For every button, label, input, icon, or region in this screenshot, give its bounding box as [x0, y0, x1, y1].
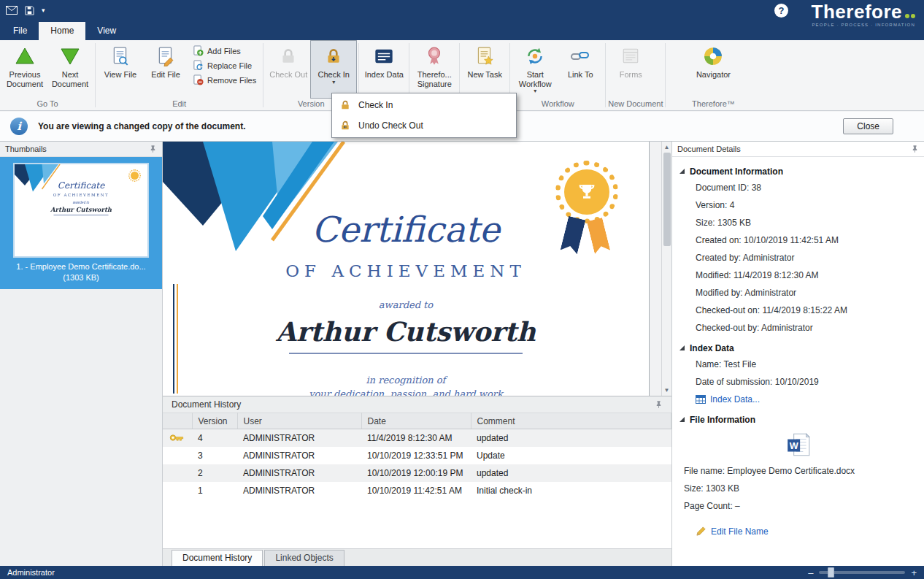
detail-created-on: Created on: 10/10/2019 11:42:51 AM [679, 231, 917, 249]
new-task-icon [473, 45, 496, 68]
history-row[interactable]: 3 ADMINISTRATOR 10/10/2019 12:33:51 PM U… [163, 447, 671, 464]
check-out-label: Check Out [269, 70, 307, 80]
remove-files-button[interactable]: Remove Files [193, 74, 256, 85]
menu-item-label: Undo Check Out [358, 120, 423, 131]
zoom-slider[interactable] [819, 571, 905, 574]
edit-file-icon [154, 45, 177, 68]
signature-label: Therefo... Signature [412, 70, 457, 88]
link-to-icon [569, 45, 592, 68]
check-in-dropdown-menu: Check In Undo Check Out [331, 93, 517, 138]
tab-document-history[interactable]: Document History [172, 550, 263, 566]
mail-icon[interactable] [6, 6, 18, 15]
check-in-button[interactable]: Check In ▾ [311, 41, 356, 98]
history-row[interactable]: 4 ADMINISTRATOR 11/4/2019 8:12:30 AM upd… [163, 429, 671, 447]
thumbnails-panel: Thumbnails [0, 142, 163, 566]
scroll-up-icon[interactable]: ▲ [662, 142, 671, 153]
section-document-information[interactable]: Document Information [679, 166, 917, 177]
history-col-date[interactable]: Date [361, 413, 471, 429]
view-file-button[interactable]: View File [98, 41, 143, 98]
link-to-label: Link To [568, 70, 593, 80]
add-files-icon [193, 45, 204, 56]
help-icon[interactable]: ? [774, 4, 788, 18]
word-file-icon[interactable]: W [679, 427, 917, 462]
index-data-link-label: Index Data... [710, 394, 760, 404]
edit-file-name-label: Edit File Name [711, 526, 769, 537]
title-bar: ▾ ? Therefore PEOPLE · PROCESS · INFORMA… [0, 0, 924, 20]
start-workflow-caret-icon[interactable]: ▾ [534, 88, 536, 94]
history-row[interactable]: 1 ADMINISTRATOR 10/10/2019 11:42:51 AM I… [163, 482, 671, 499]
certificate-awarded-to: awarded to [163, 299, 649, 310]
replace-file-label: Replace File [207, 61, 252, 70]
close-info-button[interactable]: Close [843, 118, 893, 134]
qat-dropdown-caret-icon[interactable]: ▾ [42, 7, 45, 14]
scrollbar-thumb[interactable] [663, 153, 671, 246]
status-user: Administrator [7, 568, 55, 577]
forms-button: Forms [608, 41, 653, 98]
document-history-panel: Document History Version User Date Comme… [163, 396, 671, 566]
detail-modified: Modified: 11/4/2019 8:12:30 AM [679, 267, 917, 284]
next-document-icon [58, 45, 82, 68]
history-col-user[interactable]: User [237, 413, 361, 429]
index-data-button[interactable]: Index Data [361, 41, 407, 98]
view-file-label: View File [104, 70, 136, 80]
detail-size: Size: 1305 KB [679, 214, 917, 231]
certificate-name-underline [289, 353, 523, 354]
history-col-comment[interactable]: Comment [471, 413, 671, 429]
document-viewer-panel: Certificate OF ACHIEVEMENT awarded to Ar… [163, 142, 672, 566]
section-index-data[interactable]: Index Data [679, 343, 917, 353]
pin-icon[interactable] [911, 145, 919, 153]
menu-item-undo-check-out[interactable]: Undo Check Out [332, 115, 516, 136]
save-icon[interactable] [25, 6, 34, 15]
svg-text:W: W [789, 441, 798, 451]
link-to-button[interactable]: Link To [558, 41, 603, 98]
new-task-button[interactable]: New Task [462, 41, 507, 98]
document-details-body: Document Information Document ID: 38 Ver… [672, 157, 924, 543]
thumbnail-item-selected[interactable]: Certificate OF ACHIEVEMENT awarded to Ar… [0, 157, 162, 289]
check-in-caret-icon[interactable]: ▾ [332, 80, 335, 85]
tab-file[interactable]: File [1, 22, 39, 40]
history-row[interactable]: 2 ADMINISTRATOR 10/10/2019 12:00:19 PM u… [163, 464, 671, 482]
detail-created-by: Created by: Administrator [679, 249, 917, 267]
menu-item-check-in[interactable]: Check In [332, 95, 516, 115]
certificate-subtitle: OF ACHIEVEMENT [163, 261, 649, 280]
previous-document-label: Previous Document [2, 70, 47, 88]
tab-view[interactable]: View [85, 22, 128, 40]
ribbon-group-goto: Previous Document Next Document Go To [0, 40, 95, 110]
add-files-button[interactable]: Add Files [193, 45, 256, 56]
detail-index-name: Name: Test File [679, 356, 917, 373]
vertical-scrollbar[interactable]: ▲ ▼ [661, 142, 671, 396]
document-details-panel: Document Details Document Information Do… [672, 142, 924, 566]
next-document-button[interactable]: Next Document [47, 41, 93, 98]
forms-label: Forms [620, 70, 642, 80]
previous-document-button[interactable]: Previous Document [2, 41, 47, 98]
replace-file-button[interactable]: Replace File [193, 60, 256, 71]
pin-icon[interactable] [149, 145, 157, 153]
logo-dots [904, 8, 915, 21]
tab-home[interactable]: Home [39, 22, 85, 40]
history-col-icon[interactable] [163, 413, 192, 429]
start-workflow-button[interactable]: Start Workflow ▾ [512, 41, 558, 98]
edit-file-button[interactable]: Edit File [143, 41, 188, 98]
index-data-link[interactable]: Index Data... [679, 391, 917, 408]
detail-file-size: Size: 1303 KB [679, 480, 917, 497]
tab-linked-objects[interactable]: Linked Objects [264, 550, 344, 566]
scroll-down-icon[interactable]: ▼ [662, 385, 671, 396]
section-file-information[interactable]: File Information [679, 415, 917, 425]
certificate-recognition-2: your dedication, passion, and hard work [163, 388, 649, 396]
zoom-out-button[interactable]: – [808, 568, 813, 578]
group-label-therefore: Therefore™ [690, 98, 736, 110]
pin-icon[interactable] [655, 400, 663, 409]
navigator-label: Navigator [696, 70, 731, 80]
group-label-new-document: New Document [608, 98, 663, 110]
group-label-goto: Go To [2, 98, 93, 110]
edit-file-name-link[interactable]: Edit File Name [679, 522, 917, 540]
logo-tagline: PEOPLE · PROCESS · INFORMATION [812, 23, 915, 27]
zoom-slider-thumb[interactable] [828, 567, 834, 578]
check-in-icon [322, 45, 345, 68]
zoom-in-button[interactable]: + [911, 568, 917, 578]
navigator-button[interactable]: Navigator [690, 41, 736, 98]
history-col-version[interactable]: Version [192, 413, 237, 429]
detail-date-of-submission: Date of submission: 10/10/2019 [679, 373, 917, 391]
therefore-signature-button[interactable]: Therefo... Signature [412, 41, 457, 98]
thumb-cert-name: Arthur Cutsworth [15, 206, 147, 213]
